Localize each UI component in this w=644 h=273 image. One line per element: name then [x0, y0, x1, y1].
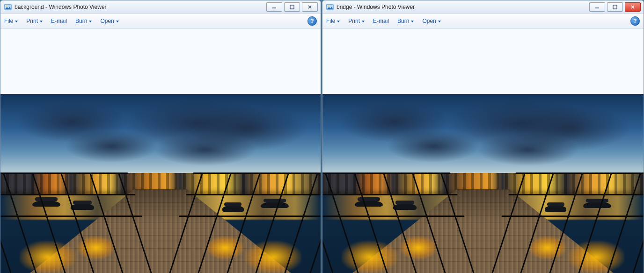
- svg-point-1: [6, 6, 7, 7]
- chevron-down-icon: [411, 21, 414, 22]
- menu-file-label: File: [326, 18, 335, 24]
- photo-content: [322, 94, 644, 273]
- window-buttons: [589, 2, 641, 12]
- viewer-image[interactable]: [0, 94, 321, 273]
- menu-print-label: Print: [348, 18, 360, 24]
- window-title: bridge - Windows Photo Viewer: [337, 4, 415, 10]
- help-icon: ?: [310, 18, 314, 24]
- window-title: background - Windows Photo Viewer: [15, 4, 107, 10]
- viewer-image[interactable]: [322, 94, 644, 273]
- app-icon: [326, 3, 334, 11]
- photo-viewer-window-background: background - Windows Photo Viewer File P…: [0, 0, 321, 273]
- chevron-down-icon: [40, 21, 43, 22]
- svg-rect-5: [613, 5, 617, 9]
- svg-rect-3: [327, 4, 333, 10]
- menu-burn-label: Burn: [75, 18, 87, 24]
- menu-open-label: Open: [100, 18, 114, 24]
- window-buttons: [266, 2, 318, 12]
- menu-print[interactable]: Print: [26, 18, 43, 24]
- chevron-down-icon: [15, 21, 18, 22]
- menu-burn[interactable]: Burn: [397, 18, 414, 24]
- menu-print-label: Print: [26, 18, 38, 24]
- menu-burn-label: Burn: [397, 18, 409, 24]
- close-button[interactable]: [302, 2, 318, 12]
- menu-print[interactable]: Print: [348, 18, 365, 24]
- menu-open[interactable]: Open: [422, 18, 440, 24]
- chevron-down-icon: [89, 21, 92, 22]
- maximize-button[interactable]: [284, 2, 300, 12]
- minimize-button[interactable]: [266, 2, 282, 12]
- menu-open-label: Open: [422, 18, 436, 24]
- menu-email[interactable]: E-mail: [373, 18, 389, 24]
- menubar: File Print E-mail Burn Open ?: [0, 14, 321, 29]
- chevron-down-icon: [438, 21, 441, 22]
- menu-burn[interactable]: Burn: [75, 18, 92, 24]
- svg-rect-0: [5, 4, 11, 10]
- menu-email[interactable]: E-mail: [51, 18, 67, 24]
- menu-open[interactable]: Open: [100, 18, 118, 24]
- viewer-blank-area: [0, 29, 321, 94]
- menubar: File Print E-mail Burn Open ?: [322, 14, 644, 29]
- photo-content: [0, 94, 321, 273]
- help-button[interactable]: ?: [630, 16, 640, 26]
- menu-file-label: File: [4, 18, 13, 24]
- menu-file[interactable]: File: [326, 18, 340, 24]
- chevron-down-icon: [362, 21, 365, 22]
- chevron-down-icon: [337, 21, 340, 22]
- maximize-button[interactable]: [607, 2, 623, 12]
- menu-file[interactable]: File: [4, 18, 18, 24]
- minimize-button[interactable]: [589, 2, 605, 12]
- help-button[interactable]: ?: [307, 16, 317, 26]
- help-icon: ?: [633, 18, 637, 24]
- close-button[interactable]: [625, 2, 641, 12]
- chevron-down-icon: [116, 21, 119, 22]
- viewer-blank-area: [322, 29, 644, 94]
- photo-viewer-window-bridge: bridge - Windows Photo Viewer File Print: [322, 0, 644, 273]
- menu-email-label: E-mail: [373, 18, 389, 24]
- titlebar[interactable]: bridge - Windows Photo Viewer: [322, 0, 644, 14]
- app-icon: [4, 3, 12, 11]
- svg-point-4: [328, 6, 329, 7]
- svg-rect-2: [290, 5, 294, 9]
- menu-email-label: E-mail: [51, 18, 67, 24]
- desktop: background - Windows Photo Viewer File P…: [0, 0, 644, 273]
- titlebar[interactable]: background - Windows Photo Viewer: [0, 0, 321, 14]
